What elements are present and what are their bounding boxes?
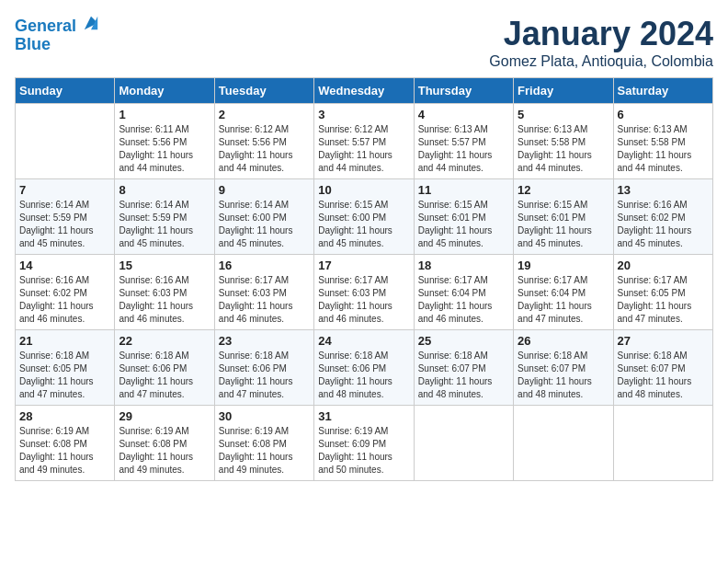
- month-title: January 2024: [489, 15, 713, 53]
- day-number: 24: [318, 334, 409, 348]
- day-info: Sunrise: 6:16 AM Sunset: 6:02 PM Dayligh…: [19, 274, 110, 326]
- day-info: Sunrise: 6:17 AM Sunset: 6:03 PM Dayligh…: [219, 274, 310, 326]
- day-info: Sunrise: 6:17 AM Sunset: 6:03 PM Dayligh…: [318, 274, 409, 326]
- day-number: 27: [618, 334, 709, 348]
- day-info: Sunrise: 6:16 AM Sunset: 6:03 PM Dayligh…: [119, 274, 210, 326]
- location-subtitle: Gomez Plata, Antioquia, Colombia: [489, 53, 713, 70]
- day-number: 9: [219, 183, 310, 197]
- logo-blue: Blue: [15, 36, 99, 54]
- day-number: 7: [19, 183, 110, 197]
- header-tuesday: Tuesday: [214, 78, 313, 104]
- day-number: 11: [418, 183, 509, 197]
- day-info: Sunrise: 6:13 AM Sunset: 5:58 PM Dayligh…: [518, 123, 609, 175]
- day-info: Sunrise: 6:12 AM Sunset: 5:56 PM Dayligh…: [219, 123, 310, 175]
- calendar-cell: 31Sunrise: 6:19 AM Sunset: 6:09 PM Dayli…: [314, 406, 414, 481]
- day-info: Sunrise: 6:19 AM Sunset: 6:08 PM Dayligh…: [119, 425, 210, 477]
- day-number: 25: [418, 334, 509, 348]
- day-number: 15: [119, 259, 210, 272]
- calendar-cell: 28Sunrise: 6:19 AM Sunset: 6:08 PM Dayli…: [16, 406, 115, 481]
- calendar-cell: 22Sunrise: 6:18 AM Sunset: 6:06 PM Dayli…: [115, 330, 214, 406]
- header-thursday: Thursday: [414, 78, 513, 104]
- day-info: Sunrise: 6:17 AM Sunset: 6:04 PM Dayligh…: [518, 274, 609, 326]
- calendar-cell: [16, 104, 115, 179]
- day-number: 3: [318, 108, 409, 121]
- calendar-cell: 5Sunrise: 6:13 AM Sunset: 5:58 PM Daylig…: [514, 104, 613, 179]
- calendar-cell: 8Sunrise: 6:14 AM Sunset: 5:59 PM Daylig…: [115, 179, 214, 255]
- day-info: Sunrise: 6:17 AM Sunset: 6:05 PM Dayligh…: [618, 274, 709, 326]
- calendar-cell: 10Sunrise: 6:15 AM Sunset: 6:00 PM Dayli…: [314, 179, 414, 255]
- calendar-cell: 25Sunrise: 6:18 AM Sunset: 6:07 PM Dayli…: [414, 330, 513, 406]
- day-info: Sunrise: 6:15 AM Sunset: 6:01 PM Dayligh…: [418, 199, 509, 250]
- calendar-cell: 14Sunrise: 6:16 AM Sunset: 6:02 PM Dayli…: [16, 255, 115, 330]
- calendar-cell: 17Sunrise: 6:17 AM Sunset: 6:03 PM Dayli…: [314, 255, 414, 330]
- calendar-cell: 21Sunrise: 6:18 AM Sunset: 6:05 PM Dayli…: [16, 330, 115, 406]
- week-row-2: 7Sunrise: 6:14 AM Sunset: 5:59 PM Daylig…: [16, 179, 713, 255]
- day-info: Sunrise: 6:18 AM Sunset: 6:06 PM Dayligh…: [219, 350, 310, 401]
- calendar-table: SundayMondayTuesdayWednesdayThursdayFrid…: [15, 77, 713, 481]
- day-number: 16: [219, 259, 310, 272]
- title-area: January 2024 Gomez Plata, Antioquia, Col…: [489, 15, 713, 70]
- header-wednesday: Wednesday: [314, 78, 414, 104]
- day-info: Sunrise: 6:11 AM Sunset: 5:56 PM Dayligh…: [119, 123, 210, 175]
- calendar-cell: 6Sunrise: 6:13 AM Sunset: 5:58 PM Daylig…: [613, 104, 712, 179]
- day-info: Sunrise: 6:15 AM Sunset: 6:00 PM Dayligh…: [318, 199, 409, 250]
- logo: General Blue: [15, 15, 99, 54]
- day-info: Sunrise: 6:13 AM Sunset: 5:57 PM Dayligh…: [418, 123, 509, 175]
- calendar-cell: 12Sunrise: 6:15 AM Sunset: 6:01 PM Dayli…: [514, 179, 613, 255]
- day-info: Sunrise: 6:12 AM Sunset: 5:57 PM Dayligh…: [318, 123, 409, 175]
- day-number: 10: [318, 183, 409, 197]
- day-number: 21: [19, 334, 110, 348]
- day-number: 1: [119, 108, 210, 121]
- day-info: Sunrise: 6:19 AM Sunset: 6:08 PM Dayligh…: [219, 425, 310, 477]
- header: General Blue January 2024 Gomez Plata, A…: [15, 15, 713, 70]
- header-sunday: Sunday: [16, 78, 115, 104]
- day-number: 14: [19, 259, 110, 272]
- day-number: 23: [219, 334, 310, 348]
- day-info: Sunrise: 6:18 AM Sunset: 6:06 PM Dayligh…: [318, 350, 409, 401]
- day-info: Sunrise: 6:18 AM Sunset: 6:05 PM Dayligh…: [19, 350, 110, 401]
- calendar-cell: 18Sunrise: 6:17 AM Sunset: 6:04 PM Dayli…: [414, 255, 513, 330]
- calendar-cell: 26Sunrise: 6:18 AM Sunset: 6:07 PM Dayli…: [514, 330, 613, 406]
- calendar-cell: 29Sunrise: 6:19 AM Sunset: 6:08 PM Dayli…: [115, 406, 214, 481]
- calendar-cell: [514, 406, 613, 481]
- day-number: 22: [119, 334, 210, 348]
- calendar-cell: 11Sunrise: 6:15 AM Sunset: 6:01 PM Dayli…: [414, 179, 513, 255]
- day-info: Sunrise: 6:15 AM Sunset: 6:01 PM Dayligh…: [518, 199, 609, 250]
- day-number: 18: [418, 259, 509, 272]
- calendar-cell: 27Sunrise: 6:18 AM Sunset: 6:07 PM Dayli…: [613, 330, 712, 406]
- calendar-cell: 4Sunrise: 6:13 AM Sunset: 5:57 PM Daylig…: [414, 104, 513, 179]
- day-number: 17: [318, 259, 409, 272]
- week-row-4: 21Sunrise: 6:18 AM Sunset: 6:05 PM Dayli…: [16, 330, 713, 406]
- calendar-cell: 19Sunrise: 6:17 AM Sunset: 6:04 PM Dayli…: [514, 255, 613, 330]
- day-number: 8: [119, 183, 210, 197]
- logo-general: General: [15, 17, 76, 35]
- day-info: Sunrise: 6:17 AM Sunset: 6:04 PM Dayligh…: [418, 274, 509, 326]
- day-number: 20: [618, 259, 709, 272]
- calendar-cell: 9Sunrise: 6:14 AM Sunset: 6:00 PM Daylig…: [214, 179, 313, 255]
- day-number: 19: [518, 259, 609, 272]
- calendar-cell: 30Sunrise: 6:19 AM Sunset: 6:08 PM Dayli…: [214, 406, 313, 481]
- day-number: 29: [119, 409, 210, 423]
- calendar-cell: 15Sunrise: 6:16 AM Sunset: 6:03 PM Dayli…: [115, 255, 214, 330]
- day-number: 6: [618, 108, 709, 121]
- header-saturday: Saturday: [613, 78, 712, 104]
- week-row-3: 14Sunrise: 6:16 AM Sunset: 6:02 PM Dayli…: [16, 255, 713, 330]
- week-row-1: 1Sunrise: 6:11 AM Sunset: 5:56 PM Daylig…: [16, 104, 713, 179]
- day-info: Sunrise: 6:13 AM Sunset: 5:58 PM Dayligh…: [618, 123, 709, 175]
- day-info: Sunrise: 6:19 AM Sunset: 6:09 PM Dayligh…: [318, 425, 409, 477]
- day-number: 26: [518, 334, 609, 348]
- day-info: Sunrise: 6:16 AM Sunset: 6:02 PM Dayligh…: [618, 199, 709, 250]
- calendar-cell: 1Sunrise: 6:11 AM Sunset: 5:56 PM Daylig…: [115, 104, 214, 179]
- header-friday: Friday: [514, 78, 613, 104]
- day-number: 4: [418, 108, 509, 121]
- day-info: Sunrise: 6:18 AM Sunset: 6:07 PM Dayligh…: [618, 350, 709, 401]
- day-number: 2: [219, 108, 310, 121]
- logo-text: General: [15, 15, 99, 36]
- week-row-5: 28Sunrise: 6:19 AM Sunset: 6:08 PM Dayli…: [16, 406, 713, 481]
- calendar-cell: 13Sunrise: 6:16 AM Sunset: 6:02 PM Dayli…: [613, 179, 712, 255]
- calendar-cell: 16Sunrise: 6:17 AM Sunset: 6:03 PM Dayli…: [214, 255, 313, 330]
- calendar-cell: 20Sunrise: 6:17 AM Sunset: 6:05 PM Dayli…: [613, 255, 712, 330]
- calendar-cell: 3Sunrise: 6:12 AM Sunset: 5:57 PM Daylig…: [314, 104, 414, 179]
- day-number: 13: [618, 183, 709, 197]
- calendar-cell: 24Sunrise: 6:18 AM Sunset: 6:06 PM Dayli…: [314, 330, 414, 406]
